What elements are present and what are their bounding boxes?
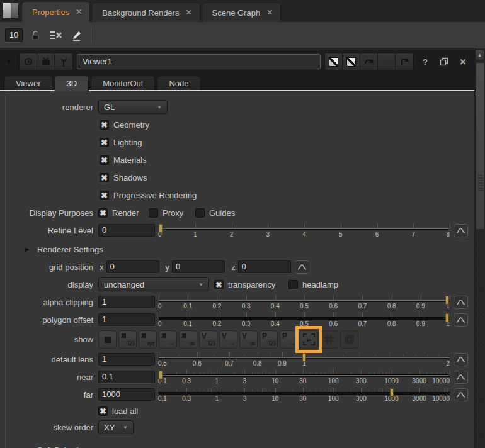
scrollbar-handle[interactable]	[476, 62, 484, 230]
show-bbox-icon[interactable]	[340, 330, 358, 349]
polygon-offset-input[interactable]: 1	[98, 313, 155, 326]
near-input[interactable]: 0.1	[98, 371, 155, 383]
near-animation-button[interactable]	[454, 371, 468, 384]
close-all-panels-button[interactable]	[49, 28, 63, 42]
close-icon[interactable]: ✕	[76, 8, 82, 16]
glyph: V	[202, 332, 207, 340]
grid-z-input[interactable]: 0	[238, 260, 291, 273]
alpha-clipping-slider[interactable]: 00.10.20.30.40.50.60.70.80.91	[159, 294, 450, 310]
skew-order-dropdown[interactable]: XY ▼	[98, 420, 134, 434]
checkbox-label: Progressive Rendering	[113, 191, 197, 200]
progressive-rendering-checkbox[interactable]: ✖	[100, 191, 109, 200]
refine-level-animation-button[interactable]	[454, 224, 468, 237]
node-name-input[interactable]: Viewer1	[77, 54, 321, 69]
node-settings-button[interactable]	[55, 53, 72, 70]
slider-minor-tick	[194, 372, 195, 374]
float-panel-button[interactable]	[437, 54, 452, 69]
slider-tick	[159, 313, 159, 317]
collapse-panel-button[interactable]: ▼	[3, 55, 15, 68]
grid-position-animation-button[interactable]	[295, 260, 309, 274]
close-icon[interactable]: ✕	[266, 8, 273, 17]
tab-scene-graph[interactable]: Scene Graph ✕	[202, 3, 282, 22]
far-slider[interactable]: 0.10.31310301003001000300010000	[159, 386, 450, 403]
show-wireframe-icon[interactable]	[320, 330, 338, 349]
slider-handle[interactable]	[302, 353, 306, 362]
edit-mode-button[interactable]	[69, 28, 83, 42]
vertical-scrollbar[interactable]: ▲	[474, 50, 484, 448]
slider-handle[interactable]	[390, 388, 394, 397]
render-checkbox[interactable]: ✖	[98, 208, 108, 218]
slider-minor-tick	[432, 389, 433, 392]
hide-input-button[interactable]	[325, 53, 343, 70]
show-vertex-uv-icon[interactable]: Vuv	[239, 330, 258, 349]
scrollbar-track[interactable]	[475, 231, 484, 448]
materials-checkbox[interactable]: ✖	[100, 155, 109, 165]
monitor-icon	[40, 57, 52, 67]
monitor-output-button[interactable]	[37, 53, 55, 70]
centre-viewer-button[interactable]	[20, 53, 37, 70]
show-point-xyz-icon[interactable]: xyz	[139, 330, 157, 349]
default-lens-animation-button[interactable]	[454, 353, 468, 366]
redo-button[interactable]	[378, 53, 396, 70]
max-panels-input[interactable]: 10	[5, 28, 23, 42]
grid-x-input[interactable]: 0	[106, 260, 159, 273]
slider-minor-tick	[328, 372, 328, 374]
slider-handle[interactable]	[159, 224, 163, 233]
lighting-checkbox[interactable]: ✖	[100, 138, 109, 147]
show-point-normals-icon[interactable]: →	[159, 330, 177, 349]
pane-menu-icon[interactable]	[3, 3, 19, 19]
show-points-icon[interactable]	[98, 330, 117, 349]
alpha-clipping-animation-button[interactable]	[454, 296, 468, 309]
tab-monitorout[interactable]: MonitorOut	[91, 76, 155, 91]
tab-properties[interactable]: Properties ✕	[21, 1, 90, 22]
show-vertex-numbers-icon[interactable]: V123	[199, 330, 217, 349]
slider-tick	[275, 313, 276, 317]
slider-handle[interactable]	[159, 371, 163, 379]
show-point-uv-icon[interactable]: uv	[179, 330, 197, 349]
scroll-up-button[interactable]: ▲	[475, 50, 484, 60]
renderer-dropdown[interactable]: GL ▼	[98, 100, 168, 114]
transparency-checkbox[interactable]: ✖	[214, 280, 224, 289]
show-prim-numbers-icon[interactable]: P123	[260, 330, 278, 349]
tab-viewer[interactable]: Viewer	[4, 76, 53, 91]
slider-tick-label: 3	[243, 378, 247, 384]
tab-background-renders[interactable]: Background Renders ✕	[91, 3, 200, 22]
slider-minor-tick	[437, 389, 438, 392]
default-lens-slider[interactable]: 0.50.60.70.80.912	[159, 351, 450, 367]
collapse-right-icon[interactable]: ►	[24, 245, 31, 253]
revert-button[interactable]	[396, 53, 413, 70]
refine-level-input[interactable]: 0	[98, 224, 155, 237]
far-animation-button[interactable]	[454, 388, 468, 401]
geometry-checkbox[interactable]: ✖	[100, 120, 109, 130]
proxy-checkbox[interactable]	[149, 208, 158, 218]
slider-minor-tick	[179, 354, 180, 357]
slider-minor-tick	[176, 372, 177, 374]
headlamp-checkbox[interactable]	[288, 280, 298, 289]
help-button[interactable]: ?	[418, 54, 433, 69]
refine-level-slider[interactable]: 012345678	[159, 222, 450, 238]
load-all-checkbox[interactable]: ✖	[98, 406, 108, 416]
shadows-checkbox[interactable]: ✖	[100, 173, 109, 182]
grid-y-input[interactable]: 0	[172, 260, 225, 273]
lock-panels-button[interactable]	[29, 28, 43, 42]
slider-handle[interactable]	[445, 296, 449, 305]
alpha-clipping-input[interactable]: 1	[98, 296, 155, 308]
close-icon[interactable]: ✕	[185, 8, 191, 17]
undo-button[interactable]	[360, 53, 378, 70]
display-dropdown[interactable]: unchanged ▼	[98, 277, 209, 291]
far-input[interactable]: 1000	[98, 388, 155, 401]
show-vertex-normals-icon[interactable]: V→	[219, 330, 237, 349]
close-panel-button[interactable]: ✕	[455, 54, 471, 69]
tab-node[interactable]: Node	[157, 76, 200, 91]
near-slider[interactable]: 0.10.31310301003001000300010000	[159, 369, 450, 385]
tab-3d[interactable]: 3D	[55, 76, 89, 91]
guides-checkbox[interactable]	[195, 208, 205, 218]
show-point-numbers-icon[interactable]: 123	[118, 330, 137, 349]
slider-handle[interactable]	[445, 313, 449, 322]
slider-minor-tick	[294, 354, 294, 357]
postage-stamp-button[interactable]	[343, 53, 360, 70]
polygon-offset-animation-button[interactable]	[454, 313, 468, 327]
default-lens-input[interactable]: 1	[98, 353, 155, 366]
show-prim-bbox-icon[interactable]: P	[300, 330, 318, 349]
slider-tick-label: 10	[271, 395, 278, 402]
